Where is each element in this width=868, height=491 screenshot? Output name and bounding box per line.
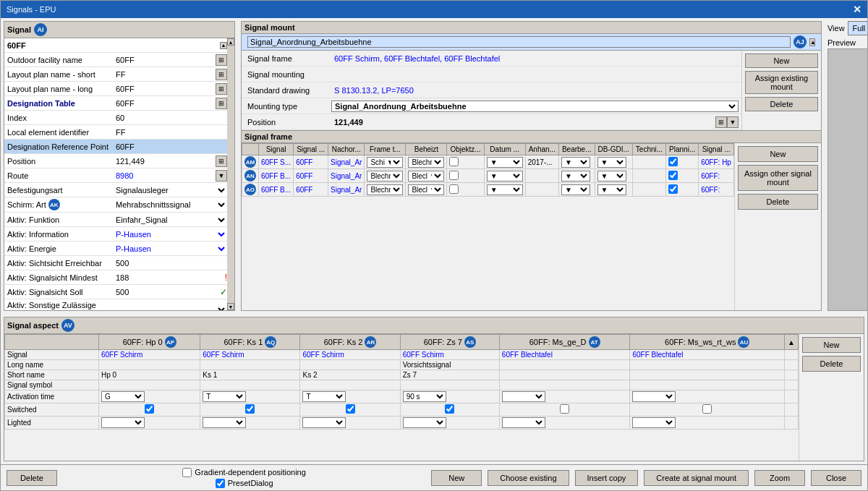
signal-aspect-panel: Signal aspect AV 60FF: Hp 0 AP <box>4 317 864 461</box>
aspect-new-button[interactable]: New <box>802 337 861 353</box>
aspect-col-scroll: ▲ <box>785 335 799 350</box>
scroll-down[interactable]: ▼ <box>227 303 234 310</box>
frame-assign-other-button[interactable]: Assign other signal mount <box>738 165 818 191</box>
aspect-lighted-ks2 <box>300 417 400 430</box>
preset-checkbox[interactable] <box>216 479 225 488</box>
sonstige-row: Aktiv: Sonstige Zulässige Ano... <box>4 299 227 310</box>
mount-new-button[interactable]: New <box>745 54 818 68</box>
befestigungsart-select[interactable]: Signalausleger <box>113 185 227 195</box>
route-dropdown-btn[interactable]: ▼ <box>216 170 227 182</box>
aspect-delete-button[interactable]: Delete <box>802 356 861 372</box>
ap-badge: AP <box>165 336 176 348</box>
footer-zoom-button[interactable]: Zoom <box>754 470 805 486</box>
frame-col-signal3: Signal ... <box>699 144 734 155</box>
signalsicht-erreichbar-label: Aktiv: Sichtsicht Erreichbar <box>4 257 113 269</box>
aspect-shortname-ks2: Ks 2 <box>300 370 400 380</box>
signal-mount-panel: Signal mount AJ ▲ Signal fram <box>241 21 822 311</box>
frame-cell-an-col8 <box>525 169 558 183</box>
preview-svg <box>842 108 867 252</box>
mounting-type-select[interactable]: Signal_Anordnung_Arbeitsbuehne <box>331 101 739 112</box>
ar-badge: AR <box>365 336 376 348</box>
signalsicht-mindest-value: 188 <box>113 272 225 283</box>
aspect-activation-ks1: T <box>200 390 300 404</box>
footer-delete-button[interactable]: Delete <box>7 470 57 486</box>
mount-name-input[interactable] <box>247 36 791 48</box>
mount-position-grid-btn[interactable]: ⊞ <box>715 116 727 128</box>
signalsicht-soll-label: Aktiv: Signalsicht Soll <box>4 286 113 298</box>
aktiv-energie-select[interactable]: P-Hausen <box>113 244 227 254</box>
layout-short-grid-btn[interactable]: ⊞ <box>216 69 227 80</box>
footer-new-button[interactable]: New <box>431 470 482 486</box>
hp0-header: 60FF: Hp 0 AP <box>102 336 197 348</box>
schirm-art-label: Schirm: Art AK <box>4 197 113 212</box>
gradient-checkbox-row: Gradient-dependent positioning <box>182 468 306 477</box>
befestigungsart-row: Befestigungsart Signalausleger <box>4 183 227 197</box>
main-content: Signal AI 60FF ▲ Outdoor facility name <box>1 18 867 490</box>
layout-short-label: Layout plan name - short <box>4 69 113 80</box>
aq-badge: AQ <box>265 336 276 348</box>
frame-new-button[interactable]: New <box>738 146 818 162</box>
mounting-type-row: Mounting type Signal_Anordnung_Arbeitsbu… <box>242 98 741 114</box>
signal-mounting-value <box>331 73 739 76</box>
frame-table: Signal Signal ... Nachor... Frame t... B… <box>242 143 734 197</box>
aspect-signal-label: Signal <box>5 350 99 360</box>
frame-delete-button[interactable]: Delete <box>738 194 818 210</box>
frame-row-an: AN 60FF B... 60FF Signal_Ar Blechr ▼ Ble… <box>242 169 734 183</box>
frame-cell-am-col13: 60FF: Hp <box>699 155 734 169</box>
footer-insert-copy-button[interactable]: Insert copy <box>575 470 639 486</box>
aktiv-funktion-select[interactable]: Einfahr_Signal <box>113 215 227 225</box>
frame-cell-am-col2: 60FF <box>294 155 328 169</box>
frame-cell-ao-badge: AO <box>242 183 259 197</box>
local-element-row: Local element identifier FF <box>4 125 227 140</box>
designation-ref-value: 60FF <box>113 141 227 153</box>
layout-long-grid-btn[interactable]: ⊞ <box>216 83 227 95</box>
mount-position-value-container: 121,449 ⊞ ▼ <box>331 116 739 128</box>
aktiv-funktion-label: Aktiv: Funktion <box>4 214 113 226</box>
signal-mounting-label: Signal mounting <box>244 69 331 80</box>
aktiv-info-select[interactable]: P-Hausen <box>113 229 227 239</box>
position-grid-btn[interactable]: ⊞ <box>216 155 227 167</box>
aspect-switched-ks1 <box>200 404 300 417</box>
scroll-up-arrow[interactable]: ▲ <box>220 42 227 49</box>
footer-create-at-signal-mount-button[interactable]: Create at signal mount <box>644 470 749 486</box>
gradient-checkbox[interactable] <box>182 468 192 477</box>
footer-close-button[interactable]: Close <box>811 470 861 486</box>
mount-badge: AJ <box>793 35 807 48</box>
designation-table-value-container: 60FF ⊞ <box>113 98 227 109</box>
sonstige-select[interactable] <box>113 304 227 310</box>
signal-panel-scrollbar[interactable]: ▲ ▼ <box>227 38 234 310</box>
schirm-art-select[interactable]: Mehrabschnittssignal <box>113 200 227 210</box>
frame-col-badge <box>242 144 259 155</box>
standard-drawing-label: Standard drawing <box>244 85 331 96</box>
mount-assign-existing-button[interactable]: Assign existing mount <box>745 71 818 94</box>
frame-row-ao: AO 60FF B... 60FF Signal_Ar Blechr ▼ Ble… <box>242 183 734 197</box>
aspect-col-msws: 60FF: Ms_ws_rt_ws AU <box>630 335 785 350</box>
mount-position-dropdown-btn[interactable]: ▼ <box>727 116 739 128</box>
close-icon[interactable]: ✕ <box>853 4 861 15</box>
frame-col-beheizt: Beheizt <box>406 144 447 155</box>
aspect-longname-ks2 <box>300 360 400 370</box>
top-section: Signal AI 60FF ▲ Outdoor facility name <box>1 18 867 314</box>
outdoor-facility-grid-btn[interactable]: ⊞ <box>216 54 227 66</box>
au-badge: AU <box>738 336 749 348</box>
layout-long-row: Layout plan name - long 60FF ⊞ <box>4 82 227 96</box>
aspect-signal-zs7: 60FF Schirm <box>400 350 499 360</box>
aspect-symbol-row: Signal symbol <box>5 380 799 390</box>
frame-cell-ao-col5: Blecl ▼ <box>406 183 447 197</box>
window-title: Signals - EPU <box>7 5 56 14</box>
route-value: 8980 <box>113 170 216 182</box>
sonstige-value-container <box>113 304 227 310</box>
signalsicht-mindest-row: Aktiv: Signalsicht Mindest 188 ! <box>4 270 227 285</box>
aspect-shortname-hp0: Hp 0 <box>99 370 200 380</box>
designation-table-grid-btn[interactable]: ⊞ <box>216 98 227 109</box>
mount-delete-button[interactable]: Delete <box>745 97 818 111</box>
footer-choose-existing-button[interactable]: Choose existing <box>488 470 569 486</box>
scroll-up[interactable]: ▲ <box>227 38 234 46</box>
aktiv-energie-row: Aktiv: Energie P-Hausen <box>4 242 227 256</box>
view-select[interactable]: Full view Compact view <box>848 21 867 35</box>
position-label: Position <box>4 155 113 167</box>
mount-scroll-up[interactable]: ▲ <box>809 38 815 46</box>
frame-right-buttons: New Assign other signal mount Delete <box>734 143 821 310</box>
frame-cell-ao-col8 <box>525 183 558 197</box>
signal-top-value: 60FF <box>4 40 220 51</box>
